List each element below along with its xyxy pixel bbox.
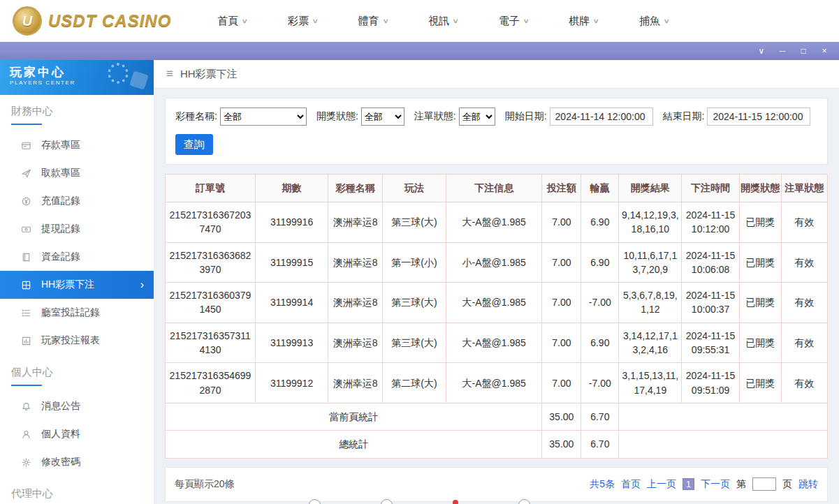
footer-service-icon[interactable]	[381, 499, 393, 504]
summary-empty-cell	[619, 431, 828, 458]
table-cell: 小-A盤@1.985	[446, 242, 541, 283]
window-collapse-button[interactable]: ∨	[752, 42, 771, 60]
table-cell: 2152173163636823970	[166, 242, 256, 283]
lottery-filter-label: 彩種名稱:	[175, 110, 217, 123]
sidebar-item-deposit[interactable]: 存款專區	[0, 131, 154, 159]
sidebar-item-gear[interactable]: 修改密碼	[0, 448, 154, 476]
nav-item-label: 電子	[499, 15, 520, 28]
order-status-filter-label: 注單狀態:	[414, 110, 456, 123]
table-cell: 已開獎	[739, 363, 781, 403]
order-status-select[interactable]: 全部	[459, 108, 495, 126]
pagination-controls: 共5条 首页 上一页 1 下一页 第 页 跳转	[590, 477, 818, 491]
table-cell: 已開獎	[739, 202, 781, 243]
window-maximize-button[interactable]: □	[794, 42, 812, 60]
first-page-link[interactable]: 首页	[621, 478, 641, 491]
table-row: 215217316354699287031199912澳洲幸运8第二球(大)大-…	[166, 363, 828, 403]
table-cell: 10,11,6,17,13,7,20,9	[619, 242, 682, 283]
sidebar: 玩家中心 PLAYERS CENTER 財務中心存款專區取款專區充值記錄提現記錄…	[0, 60, 154, 504]
notification-dot-icon	[453, 500, 458, 504]
column-header: 期數	[255, 175, 328, 202]
table-cell: 2024-11-15 09:51:09	[682, 363, 739, 403]
chip-decoration-icon	[108, 63, 129, 84]
next-page-link[interactable]: 下一页	[701, 478, 730, 491]
table-cell: 已開獎	[739, 242, 781, 283]
summary-bet-total: 35.00	[542, 403, 581, 430]
pagination-current-page[interactable]: 1	[683, 478, 694, 490]
bets-table: 訂單號期數彩種名稱玩法下注信息投注額輸贏開獎結果下注時間開獎狀態注單狀態2152…	[165, 174, 828, 459]
column-header: 彩種名稱	[328, 175, 383, 202]
prev-page-link[interactable]: 上一页	[647, 478, 676, 491]
menu-icon[interactable]: ≡	[166, 67, 173, 81]
nav-item[interactable]: 彩票∨	[288, 15, 318, 28]
table-cell: -7.00	[581, 283, 619, 323]
table-cell: 31199914	[255, 283, 328, 323]
draw-status-filter-group: 開獎狀態: 全部	[316, 108, 404, 126]
column-header: 輸贏	[581, 175, 619, 202]
footer-service-icon[interactable]	[309, 499, 321, 504]
sidebar-item-person[interactable]: 個人資料	[0, 420, 154, 448]
nav-item[interactable]: 電子∨	[499, 15, 529, 28]
end-date-input[interactable]	[707, 108, 810, 126]
table-cell: 有效	[781, 323, 827, 363]
sidebar-item-withdrawal-record[interactable]: 提現記錄	[0, 215, 154, 243]
lottery-select[interactable]: 全部	[220, 108, 307, 126]
nav-item-label: 彩票	[288, 15, 309, 28]
nav-item[interactable]: 棋牌∨	[569, 15, 599, 28]
sidebar-item-bell[interactable]: 消息公告	[0, 392, 154, 420]
sidebar-item-player-report[interactable]: 玩家投注報表	[0, 327, 154, 355]
logo-emblem-icon: U	[13, 6, 42, 36]
page-jump-button[interactable]: 跳转	[798, 478, 818, 491]
table-cell: 第三球(大)	[382, 202, 446, 243]
nav-item[interactable]: 首頁∨	[217, 15, 247, 28]
chevron-down-icon: ∨	[663, 17, 670, 24]
table-cell: 31199916	[255, 202, 328, 243]
breadcrumb: ≡ HH彩票下注	[154, 60, 839, 89]
table-cell: 7.00	[542, 283, 581, 323]
start-date-group: 開始日期:	[505, 108, 653, 126]
gear-icon	[21, 457, 32, 468]
nav-item[interactable]: 體育∨	[358, 15, 388, 28]
window-minimize-button[interactable]: ─	[773, 42, 791, 60]
bets-table-card: 訂單號期數彩種名稱玩法下注信息投注額輸贏開獎結果下注時間開獎狀態注單狀態2152…	[165, 174, 828, 459]
table-cell: 5,3,6,7,8,19,1,12	[619, 283, 682, 323]
sidebar-item-funds-record[interactable]: 資金記錄	[0, 243, 154, 271]
search-button[interactable]: 查詢	[175, 134, 213, 155]
filter-panel: 彩種名稱: 全部 開獎狀態: 全部 注單狀態:	[165, 98, 828, 165]
table-cell: 2024-11-15 09:55:31	[682, 323, 739, 363]
start-date-input[interactable]	[550, 108, 653, 126]
sidebar-item-recharge-record[interactable]: 充值記錄	[0, 187, 154, 215]
sidebar-item-label: 廳室投註記錄	[41, 306, 100, 319]
nav-item[interactable]: 捕魚∨	[639, 15, 669, 28]
bell-icon	[21, 401, 32, 412]
sidebar-item-lottery-bet[interactable]: HH彩票下注›	[0, 271, 154, 299]
column-header: 開獎結果	[619, 175, 682, 202]
person-icon	[21, 429, 32, 440]
chevron-right-icon: ›	[140, 279, 144, 290]
chevron-down-icon: ∨	[523, 17, 530, 24]
table-cell: 31199912	[255, 363, 328, 403]
table-cell: 已開獎	[739, 283, 781, 323]
table-cell: 7.00	[542, 242, 581, 283]
table-cell: 7.00	[542, 363, 581, 403]
chevron-down-icon: ∨	[312, 17, 319, 24]
table-cell: 有效	[781, 363, 827, 403]
table-cell: 6.90	[581, 202, 619, 243]
page-jump-input[interactable]	[752, 477, 776, 491]
app-window: U USDT CASINO 首頁∨彩票∨體育∨視訊∨電子∨棋牌∨捕魚∨ ∨ ─ …	[0, 0, 839, 504]
draw-status-select[interactable]: 全部	[361, 108, 404, 126]
table-cell: 有效	[781, 242, 827, 283]
sidebar-item-hall-bet-record[interactable]: 廳室投註記錄	[0, 299, 154, 327]
table-cell: 第二球(大)	[382, 363, 446, 403]
footer-service-icon[interactable]	[518, 499, 530, 504]
jump-prefix-label: 第	[736, 478, 746, 491]
window-close-button[interactable]: ×	[815, 42, 833, 60]
nav-item[interactable]: 視訊∨	[428, 15, 458, 28]
table-cell: 澳洲幸运8	[328, 363, 383, 403]
logo[interactable]: U USDT CASINO	[13, 6, 171, 36]
sidebar-item-withdraw[interactable]: 取款專區	[0, 159, 154, 187]
table-cell: 第三球(大)	[382, 283, 446, 323]
footer-icons	[0, 499, 839, 504]
sidebar-item-label: 消息公告	[41, 400, 80, 413]
minimize-icon: ─	[780, 46, 786, 56]
table-cell: 2024-11-15 10:06:08	[682, 242, 739, 283]
